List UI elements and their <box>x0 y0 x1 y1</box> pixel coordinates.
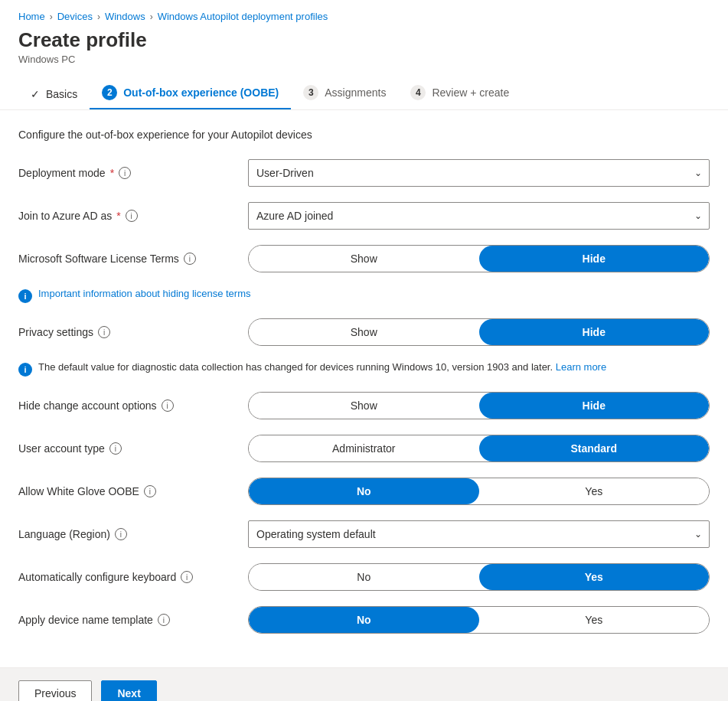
breadcrumb-sep-3: › <box>150 11 153 22</box>
tab-basics-label: Basics <box>46 88 77 100</box>
page-title: Create profile <box>18 28 710 52</box>
toggle-auto-keyboard: No Yes <box>248 563 710 591</box>
toggle-privacy: Show Hide <box>248 318 710 346</box>
toggle-hide-account-hide[interactable]: Hide <box>479 393 710 419</box>
breadcrumb-autopilot[interactable]: Windows Autopilot deployment profiles <box>158 11 328 22</box>
link-learn-more[interactable]: Learn more <box>556 361 606 373</box>
breadcrumb-devices[interactable]: Devices <box>57 11 93 22</box>
control-user-account-type: Administrator Standard <box>248 435 710 462</box>
toggle-user-account: Administrator Standard <box>248 435 710 462</box>
toggle-privacy-show[interactable]: Show <box>249 319 479 345</box>
info-icon-privacy[interactable]: i <box>98 326 110 338</box>
select-wrapper-deployment: User-Driven Self-Deploying ⌄ <box>248 159 710 187</box>
breadcrumb-windows[interactable]: Windows <box>105 11 145 22</box>
form-row-license: Microsoft Software License Terms i Show … <box>18 245 710 272</box>
label-hide-change-account: Hide change account options i <box>18 399 248 412</box>
control-device-name: No Yes <box>248 606 710 634</box>
select-language[interactable]: Operating system default <box>248 520 710 548</box>
toggle-license: Show Hide <box>248 245 710 272</box>
info-icon-auto-keyboard[interactable]: i <box>181 571 193 583</box>
footer: Previous Next <box>0 667 728 701</box>
select-wrapper-azure: Azure AD joined Azure AD registered Hybr… <box>248 202 710 230</box>
form-row-deployment-mode: Deployment mode * i User-Driven Self-Dep… <box>18 159 710 187</box>
info-row-license: i Important information about hiding lic… <box>18 288 710 303</box>
toggle-white-glove-no[interactable]: No <box>249 478 479 504</box>
tab-assignments-label: Assignments <box>325 86 386 99</box>
toggle-device-name-yes[interactable]: Yes <box>479 607 710 633</box>
breadcrumb-sep-1: › <box>50 11 53 22</box>
toggle-user-account-standard[interactable]: Standard <box>479 435 710 461</box>
tabs-container: ✓ Basics 2 Out-of-box experience (OOBE) … <box>0 77 728 110</box>
select-deployment-mode[interactable]: User-Driven Self-Deploying <box>248 159 710 187</box>
toggle-auto-keyboard-yes[interactable]: Yes <box>479 564 710 590</box>
breadcrumb-sep-2: › <box>97 11 100 22</box>
control-license: Show Hide <box>248 245 710 272</box>
tab-oobe-badge: 2 <box>102 85 117 100</box>
info-row-privacy: i The default value for diagnostic data … <box>18 361 710 377</box>
toggle-user-account-admin[interactable]: Administrator <box>249 435 479 461</box>
tab-oobe[interactable]: 2 Out-of-box experience (OOBE) <box>90 77 291 109</box>
toggle-white-glove: No Yes <box>248 478 710 505</box>
toggle-hide-account-show[interactable]: Show <box>249 393 479 419</box>
control-white-glove: No Yes <box>248 478 710 505</box>
form-row-white-glove: Allow White Glove OOBE i No Yes <box>18 478 710 505</box>
label-join-azure: Join to Azure AD as * i <box>18 210 248 222</box>
required-marker-azure: * <box>116 210 120 222</box>
breadcrumb: Home › Devices › Windows › Windows Autop… <box>0 0 728 22</box>
toggle-privacy-hide[interactable]: Hide <box>479 319 710 345</box>
form-row-auto-keyboard: Automatically configure keyboard i No Ye… <box>18 563 710 591</box>
page-subtitle: Windows PC <box>18 54 710 65</box>
form-row-join-azure: Join to Azure AD as * i Azure AD joined … <box>18 202 710 230</box>
form-row-user-account-type: User account type i Administrator Standa… <box>18 435 710 462</box>
tab-assignments[interactable]: 3 Assignments <box>291 77 398 109</box>
info-icon-azure[interactable]: i <box>126 210 138 222</box>
info-blue-icon-license: i <box>18 289 32 303</box>
toggle-device-name: No Yes <box>248 606 710 634</box>
label-privacy: Privacy settings i <box>18 326 248 338</box>
toggle-license-hide[interactable]: Hide <box>479 246 710 272</box>
breadcrumb-home[interactable]: Home <box>18 11 45 22</box>
tab-review[interactable]: 4 Review + create <box>398 77 521 109</box>
toggle-license-show[interactable]: Show <box>249 246 479 272</box>
info-icon-deployment[interactable]: i <box>119 167 131 179</box>
page-header: Create profile Windows PC <box>0 22 728 77</box>
required-marker: * <box>110 167 114 179</box>
info-blue-icon-privacy: i <box>18 363 32 377</box>
info-icon-user-account[interactable]: i <box>109 442 122 455</box>
tab-assignments-badge: 3 <box>303 85 318 100</box>
tab-review-badge: 4 <box>410 85 426 100</box>
label-white-glove: Allow White Glove OOBE i <box>18 485 248 497</box>
toggle-white-glove-yes[interactable]: Yes <box>479 478 710 504</box>
control-language: Operating system default ⌄ <box>248 520 710 548</box>
page-container: Home › Devices › Windows › Windows Autop… <box>0 0 728 701</box>
info-icon-hide-account[interactable]: i <box>162 399 174 412</box>
toggle-device-name-no[interactable]: No <box>249 607 479 633</box>
control-hide-change-account: Show Hide <box>248 392 710 419</box>
label-device-name: Apply device name template i <box>18 614 248 626</box>
select-join-azure[interactable]: Azure AD joined Azure AD registered Hybr… <box>248 202 710 230</box>
form-row-privacy: Privacy settings i Show Hide <box>18 318 710 346</box>
info-text-license: Important information about hiding licen… <box>38 288 710 299</box>
label-license: Microsoft Software License Terms i <box>18 253 248 265</box>
label-auto-keyboard: Automatically configure keyboard i <box>18 571 248 583</box>
info-icon-license[interactable]: i <box>184 253 196 265</box>
control-join-azure: Azure AD joined Azure AD registered Hybr… <box>248 202 710 230</box>
tab-basics[interactable]: ✓ Basics <box>18 80 90 109</box>
label-language: Language (Region) i <box>18 528 248 540</box>
section-description: Configure the out-of-box experience for … <box>18 129 710 141</box>
control-privacy: Show Hide <box>248 318 710 346</box>
toggle-hide-account: Show Hide <box>248 392 710 419</box>
control-auto-keyboard: No Yes <box>248 563 710 591</box>
label-user-account-type: User account type i <box>18 442 248 455</box>
link-license-info[interactable]: Important information about hiding licen… <box>38 288 250 299</box>
info-icon-device-name[interactable]: i <box>158 614 170 626</box>
previous-button[interactable]: Previous <box>18 680 92 701</box>
info-icon-white-glove[interactable]: i <box>144 485 156 497</box>
tab-review-label: Review + create <box>432 86 509 99</box>
info-icon-language[interactable]: i <box>115 528 127 540</box>
form-row-hide-change-account: Hide change account options i Show Hide <box>18 392 710 419</box>
toggle-auto-keyboard-no[interactable]: No <box>249 564 479 590</box>
content-area: Configure the out-of-box experience for … <box>0 110 728 667</box>
next-button[interactable]: Next <box>101 680 156 701</box>
tab-check-icon: ✓ <box>31 88 40 100</box>
